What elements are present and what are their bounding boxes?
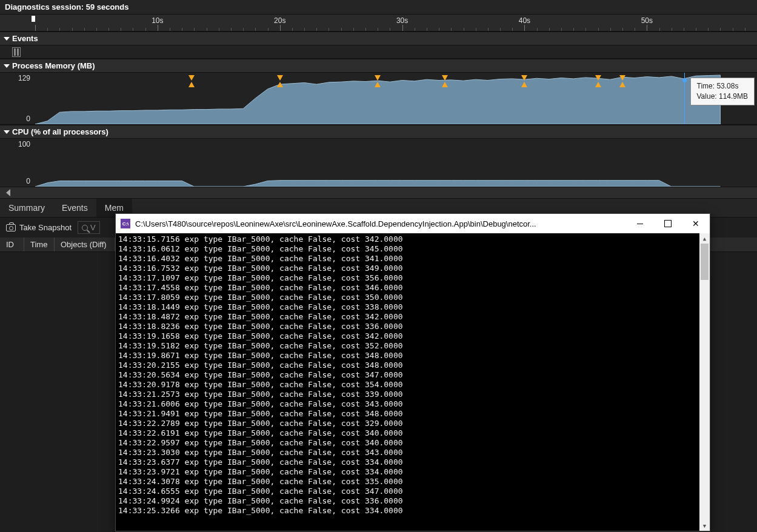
y-min: 0 <box>2 177 30 185</box>
cpu-label: CPU (% of all processors) <box>12 127 108 136</box>
gc-marker-icon <box>442 75 448 81</box>
console-window[interactable]: C:\ C:\Users\T480\source\repos\LeoninewA… <box>115 213 710 531</box>
gc-marker-icon <box>188 75 195 81</box>
minimize-button[interactable] <box>626 214 654 233</box>
scroll-left-hint[interactable] <box>0 187 757 198</box>
events-lane[interactable] <box>0 45 757 59</box>
console-scrollbar[interactable]: ▲ ▼ <box>699 233 710 531</box>
events-label: Events <box>12 34 38 43</box>
col-objects[interactable]: Objects (Diff) <box>55 238 115 251</box>
snapshot-label: Take Snapshot <box>19 223 72 232</box>
gc-marker-icon <box>521 75 527 81</box>
camera-icon <box>6 224 16 231</box>
cpu-chart[interactable]: 100 0 <box>0 139 757 187</box>
memory-chart[interactable]: 129 0 Time: 53.08s Value: 114.9MB <box>0 73 757 125</box>
tab-summary[interactable]: Summary <box>0 199 53 217</box>
console-text: 14:33:15.7156 exp type IBar_5000, cache … <box>118 234 707 516</box>
col-id[interactable]: ID <box>0 238 24 251</box>
session-title: Diagnostics session: 59 seconds <box>0 0 757 15</box>
scroll-thumb[interactable] <box>701 244 709 280</box>
search-placeholder: V <box>90 223 96 232</box>
console-titlebar[interactable]: C:\ C:\Users\T480\source\repos\LeoninewA… <box>116 214 710 233</box>
memory-hdr[interactable]: Process Memory (MB) <box>0 59 757 73</box>
gc-marker-icon <box>375 75 381 81</box>
take-snapshot-button[interactable]: Take Snapshot <box>6 223 72 232</box>
console-title: C:\Users\T480\source\repos\LeoninewAxe\s… <box>135 219 626 228</box>
console-output[interactable]: 14:33:15.7156 exp type IBar_5000, cache … <box>116 233 710 531</box>
tooltip-value: Value: 114.9MB <box>697 91 749 102</box>
collapse-icon <box>4 130 10 134</box>
scroll-up-icon[interactable]: ▲ <box>699 233 710 244</box>
tab-events[interactable]: Events <box>53 199 96 217</box>
pause-icon <box>12 47 21 57</box>
collapse-icon <box>4 37 10 41</box>
memory-tooltip: Time: 53.08s Value: 114.9MB <box>690 78 755 105</box>
time-ruler[interactable]: 10s20s30s40s50s <box>0 15 757 32</box>
search-icon <box>82 225 88 231</box>
y-max: 100 <box>2 140 30 148</box>
cpu-hdr[interactable]: CPU (% of all processors) <box>0 125 757 139</box>
search-input[interactable]: V <box>78 221 100 234</box>
maximize-button[interactable] <box>654 214 682 233</box>
y-max: 129 <box>2 74 30 82</box>
close-button[interactable]: ✕ <box>682 214 710 233</box>
gc-marker-icon <box>277 75 283 81</box>
ruler-ticks: 10s20s30s40s50s <box>35 15 757 31</box>
y-min: 0 <box>2 115 30 123</box>
gc-marker-icon <box>619 75 625 81</box>
console-app-icon: C:\ <box>121 219 130 228</box>
tooltip-time: Time: 53.08s <box>697 81 749 91</box>
chevron-left-icon <box>6 189 10 196</box>
memory-label: Process Memory (MB) <box>12 61 95 70</box>
gc-marker-icon <box>595 75 601 81</box>
scroll-down-icon[interactable]: ▼ <box>699 520 710 531</box>
collapse-icon <box>4 64 10 68</box>
events-hdr[interactable]: Events <box>0 32 757 45</box>
col-time[interactable]: Time <box>24 238 55 251</box>
